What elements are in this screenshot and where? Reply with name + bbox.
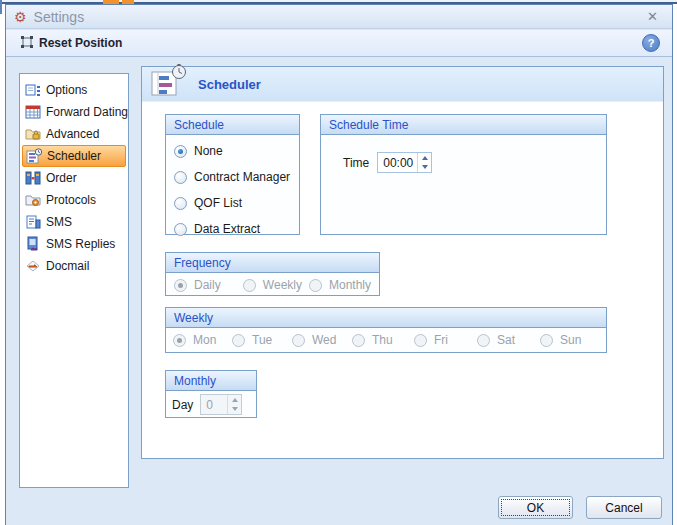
panel-header: Scheduler bbox=[142, 67, 663, 102]
radio-button bbox=[352, 334, 365, 347]
close-icon[interactable]: ✕ bbox=[641, 9, 664, 24]
scheduler-header-icon bbox=[150, 64, 188, 101]
radio-daily[interactable]: Daily bbox=[174, 278, 243, 292]
scheduler-panel: Scheduler Schedule None Contract Manager bbox=[141, 66, 664, 459]
radio-label: Weekly bbox=[263, 278, 302, 292]
sidebar-item-scheduler[interactable]: Scheduler bbox=[22, 145, 126, 167]
toolbar: Reset Position ? bbox=[6, 30, 672, 57]
radio-button bbox=[174, 145, 187, 158]
day-value: 0 bbox=[201, 395, 227, 414]
radio-fri[interactable]: Fri bbox=[414, 333, 448, 347]
time-spin-up[interactable] bbox=[418, 153, 431, 163]
folder-gear-icon bbox=[25, 192, 41, 208]
radio-wed[interactable]: Wed bbox=[292, 333, 336, 347]
sidebar: Options Forward Dating bbox=[19, 73, 129, 488]
help-icon[interactable]: ? bbox=[642, 34, 660, 52]
radio-button bbox=[232, 334, 245, 347]
radio-label: None bbox=[194, 144, 223, 158]
window-title: Settings bbox=[34, 9, 642, 25]
sidebar-item-label: Advanced bbox=[46, 127, 99, 141]
radio-button bbox=[174, 279, 187, 292]
scheduler-icon bbox=[26, 148, 42, 164]
sidebar-item-label: Protocols bbox=[46, 193, 96, 207]
radio-button bbox=[309, 279, 322, 292]
sidebar-item-forward-dating[interactable]: Forward Dating bbox=[22, 101, 126, 123]
reset-position-label: Reset Position bbox=[39, 36, 122, 50]
sidebar-item-options[interactable]: Options bbox=[22, 79, 126, 101]
sidebar-item-label: SMS Replies bbox=[46, 237, 115, 251]
radio-thu[interactable]: Thu bbox=[352, 333, 393, 347]
folder-lock-icon bbox=[25, 126, 41, 142]
radio-label: Tue bbox=[252, 333, 272, 347]
radio-button bbox=[173, 334, 186, 347]
background-edge bbox=[0, 0, 2, 14]
radio-label: Sat bbox=[497, 333, 515, 347]
radio-label: Contract Manager bbox=[194, 170, 290, 184]
monthly-group: Monthly Day 0 bbox=[165, 370, 257, 418]
sidebar-item-label: Forward Dating bbox=[46, 105, 128, 119]
sidebar-item-label: SMS bbox=[46, 215, 72, 229]
time-label: Time bbox=[343, 156, 369, 170]
ok-button[interactable]: OK bbox=[498, 496, 573, 519]
content-area: Options Forward Dating bbox=[6, 58, 672, 525]
sidebar-item-docmail[interactable]: Docmail bbox=[22, 255, 126, 277]
order-icon bbox=[25, 170, 41, 186]
radio-button bbox=[174, 197, 187, 210]
radio-button bbox=[174, 223, 187, 236]
radio-button bbox=[414, 334, 427, 347]
schedule-time-group-header: Schedule Time bbox=[321, 115, 606, 135]
radio-data-extract[interactable]: Data Extract bbox=[174, 222, 291, 236]
radio-label: Thu bbox=[372, 333, 393, 347]
cancel-button[interactable]: Cancel bbox=[586, 496, 662, 519]
radio-label: Monthly bbox=[329, 278, 371, 292]
radio-monthly[interactable]: Monthly bbox=[309, 278, 371, 292]
radio-weekly[interactable]: Weekly bbox=[243, 278, 309, 292]
panel-title: Scheduler bbox=[198, 77, 261, 92]
sidebar-item-protocols[interactable]: Protocols bbox=[22, 189, 126, 211]
radio-label: QOF List bbox=[194, 196, 242, 210]
settings-gear-icon: ⚙ bbox=[14, 10, 27, 24]
radio-tue[interactable]: Tue bbox=[232, 333, 272, 347]
radio-button bbox=[477, 334, 490, 347]
radio-button bbox=[292, 334, 305, 347]
day-spin-down bbox=[228, 405, 241, 415]
sidebar-item-label: Order bbox=[46, 171, 77, 185]
reset-position-button[interactable]: Reset Position bbox=[14, 33, 128, 54]
schedule-group: Schedule None Contract Manager QOF List bbox=[165, 114, 300, 235]
radio-mon[interactable]: Mon bbox=[173, 333, 216, 347]
weekly-group-header: Weekly bbox=[166, 308, 606, 328]
radio-sun[interactable]: Sun bbox=[540, 333, 581, 347]
time-spin-down[interactable] bbox=[418, 163, 431, 173]
title-bar: ⚙ Settings ✕ bbox=[6, 5, 672, 29]
radio-label: Data Extract bbox=[194, 222, 260, 236]
radio-label: Mon bbox=[193, 333, 216, 347]
sidebar-item-sms-replies[interactable]: SMS Replies bbox=[22, 233, 126, 255]
radio-contract-manager[interactable]: Contract Manager bbox=[174, 170, 291, 184]
radio-qof-list[interactable]: QOF List bbox=[174, 196, 291, 210]
radio-button bbox=[243, 279, 256, 292]
radio-button bbox=[174, 171, 187, 184]
sms-replies-icon bbox=[25, 236, 41, 252]
frequency-group-header: Frequency bbox=[166, 253, 379, 273]
schedule-group-header: Schedule bbox=[166, 115, 299, 135]
sidebar-item-label: Scheduler bbox=[47, 149, 101, 163]
time-spinner[interactable]: 00:00 bbox=[377, 152, 432, 173]
sidebar-item-label: Docmail bbox=[46, 259, 89, 273]
radio-label: Fri bbox=[434, 333, 448, 347]
sidebar-item-sms[interactable]: SMS bbox=[22, 211, 126, 233]
day-spin-up bbox=[228, 395, 241, 405]
settings-dialog: ⚙ Settings ✕ Reset Position ? bbox=[5, 4, 673, 525]
sidebar-item-label: Options bbox=[46, 83, 87, 97]
options-icon bbox=[25, 82, 41, 98]
day-label: Day bbox=[172, 398, 193, 412]
radio-button bbox=[540, 334, 553, 347]
day-spinner: 0 bbox=[200, 394, 242, 415]
sidebar-item-advanced[interactable]: Advanced bbox=[22, 123, 126, 145]
frequency-group: Frequency Daily Weekly Monthly bbox=[165, 252, 380, 296]
time-value[interactable]: 00:00 bbox=[378, 153, 417, 172]
radio-sat[interactable]: Sat bbox=[477, 333, 515, 347]
radio-none[interactable]: None bbox=[174, 144, 291, 158]
docmail-icon bbox=[25, 258, 41, 274]
sidebar-item-order[interactable]: Order bbox=[22, 167, 126, 189]
weekly-group: Weekly Mon Tue Wed bbox=[165, 307, 607, 353]
